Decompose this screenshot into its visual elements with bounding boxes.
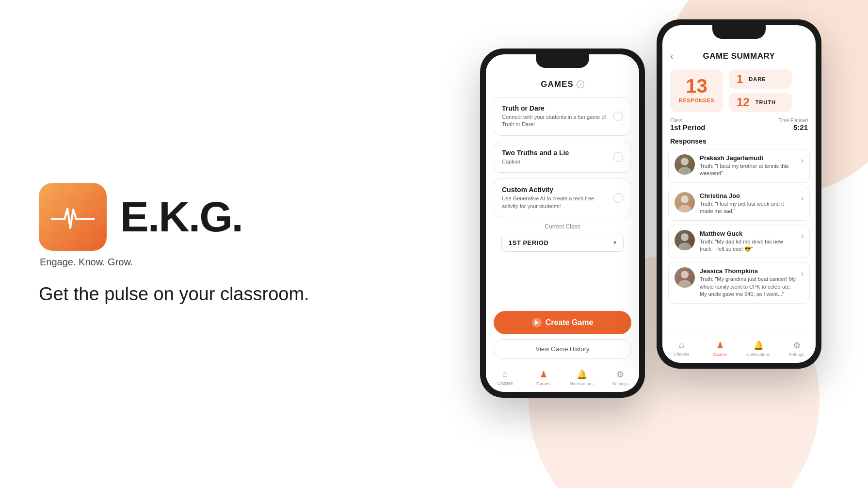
response-card-2[interactable]: Christina Joo Truth: "I lost my pet last…	[668, 187, 810, 221]
class-info-row: Class 1st Period Time Elapsed 5:21	[662, 118, 816, 135]
phone1-notch	[536, 54, 589, 68]
games-nav-icon: ♟	[540, 369, 547, 380]
classes-nav-icon: ⌂	[502, 369, 508, 379]
classes-nav2-label: Classes	[674, 352, 689, 357]
settings-nav2-icon: ⚙	[793, 340, 801, 351]
game-options: Truth or Dare Connect with your students…	[486, 97, 639, 302]
avatar-3	[675, 230, 695, 250]
nav2-item-classes[interactable]: ⌂ Classes	[662, 340, 701, 357]
svg-point-3	[681, 195, 689, 203]
play-icon	[532, 318, 542, 327]
response-card-4[interactable]: Jessica Thompkins Truth: "My grandma jus…	[668, 262, 810, 303]
game-card-custom[interactable]: Custom Activity Use Generative AI to cre…	[494, 179, 631, 217]
nav2-item-notifications[interactable]: 🔔 Notifications	[739, 340, 777, 357]
game-card-desc-3: Use Generative AI to create a tech free …	[502, 195, 609, 210]
view-history-label: View Game History	[535, 345, 589, 353]
response-name-4: Jessica Thompkins	[700, 267, 796, 275]
notifications-nav-label: Notifications	[570, 381, 594, 386]
app-name: E.K.G.	[120, 195, 242, 238]
svg-point-6	[678, 243, 691, 250]
avatar-4	[675, 267, 695, 288]
classes-nav2-icon: ⌂	[679, 340, 684, 350]
phone1-content: GAMES i Truth or Dare Connect with your …	[486, 54, 639, 392]
summary-title: GAME SUMMARY	[703, 51, 775, 61]
games-nav-label: Games	[536, 381, 550, 386]
branding-section: E.K.G. Engage. Know. Grow. Get the pulse…	[39, 0, 310, 488]
create-game-button[interactable]: Create Game	[494, 311, 631, 334]
settings-nav2-label: Settings	[788, 352, 804, 357]
time-elapsed-value: 5:21	[778, 123, 808, 131]
class-selector[interactable]: 1ST PERIOD ▾	[501, 234, 624, 252]
nav2-item-settings[interactable]: ⚙ Settings	[777, 340, 816, 357]
stats-right: 1 DARE 12 TRUTH	[729, 69, 792, 112]
avatar-1	[675, 154, 695, 175]
expand-icon-4[interactable]: ›	[801, 269, 804, 278]
svg-point-7	[681, 271, 689, 278]
truth-num: 12	[737, 97, 750, 108]
phones-section: GAMES i Truth or Dare Connect with your …	[480, 19, 839, 469]
svg-point-5	[681, 233, 689, 241]
class-selector-value: 1ST PERIOD	[509, 239, 548, 246]
view-history-button[interactable]: View Game History	[494, 339, 631, 359]
response-name-3: Matthew Guck	[700, 230, 796, 237]
phone-summary-inner: ‹ GAME SUMMARY 13 RESPONSES 1 DARE	[662, 25, 816, 363]
total-responses-label: RESPONSES	[679, 98, 714, 103]
games-title: GAMES	[541, 80, 573, 89]
notifications-nav2-label: Notifications	[746, 352, 770, 357]
chevron-down-icon: ▾	[613, 239, 616, 246]
game-card-title-3: Custom Activity	[502, 186, 609, 194]
nav-item-classes[interactable]: ⌂ Classes	[486, 369, 524, 386]
svg-point-8	[678, 280, 691, 288]
game-card-desc-1: Connect with your students in a fun game…	[502, 114, 609, 129]
game-card-two-truths[interactable]: Two Truths and a Lie Caption	[494, 142, 631, 173]
classes-nav-label: Classes	[497, 381, 513, 386]
dare-label: DARE	[749, 76, 766, 82]
stat-dare: 1 DARE	[729, 69, 792, 89]
response-name-1: Prakash Jagarlamudi	[700, 154, 796, 162]
svg-point-2	[678, 167, 691, 175]
radio-1[interactable]	[613, 112, 623, 121]
response-card-1[interactable]: Prakash Jagarlamudi Truth: "I beat my br…	[668, 149, 810, 183]
expand-icon-2[interactable]: ›	[801, 194, 804, 203]
truth-label: TRUTH	[755, 99, 776, 105]
phone-summary: ‹ GAME SUMMARY 13 RESPONSES 1 DARE	[657, 19, 821, 369]
nav-item-games[interactable]: ♟ Games	[524, 369, 563, 386]
class-label: Class	[670, 118, 706, 123]
response-text-1: Truth: "I beat my brother at tennis this…	[700, 163, 796, 178]
notifications-nav2-icon: 🔔	[753, 340, 764, 351]
phone1-bottom-nav: ⌂ Classes ♟ Games 🔔 Notifications ⚙ Sett…	[486, 365, 639, 392]
nav-item-notifications[interactable]: 🔔 Notifications	[563, 369, 601, 386]
nav-item-settings[interactable]: ⚙ Settings	[601, 369, 639, 386]
settings-nav-label: Settings	[612, 381, 628, 386]
stat-truth: 12 TRUTH	[729, 93, 792, 112]
game-card-title-2: Two Truths and a Lie	[502, 149, 569, 157]
stats-row: 13 RESPONSES 1 DARE 12 TRUTH	[662, 69, 816, 118]
radio-3[interactable]	[613, 193, 623, 203]
expand-icon-3[interactable]: ›	[801, 232, 804, 241]
nav2-item-games[interactable]: ♟ Games	[701, 340, 739, 357]
responses-section-label: Responses	[662, 135, 816, 149]
app-icon	[39, 183, 107, 251]
game-card-truth-or-dare[interactable]: Truth or Dare Connect with your students…	[494, 97, 631, 136]
radio-2[interactable]	[613, 152, 623, 162]
expand-icon-1[interactable]: ›	[801, 156, 804, 165]
class-value: 1st Period	[670, 123, 706, 131]
response-text-3: Truth: "My dad let me drive his new truc…	[700, 238, 796, 253]
back-button[interactable]: ‹	[670, 50, 674, 62]
response-card-3[interactable]: Matthew Guck Truth: "My dad let me drive…	[668, 225, 810, 259]
phone-games: GAMES i Truth or Dare Connect with your …	[480, 49, 645, 398]
response-text-2: Truth: "I lost my pet last week and it m…	[700, 200, 796, 215]
phone-games-inner: GAMES i Truth or Dare Connect with your …	[486, 54, 639, 392]
games-nav2-label: Games	[713, 352, 727, 357]
time-elapsed-label: Time Elapsed	[778, 118, 808, 123]
current-class-label: Current Class	[494, 223, 631, 230]
phone2-notch	[712, 25, 766, 39]
main-tagline: Get the pulse on your classroom.	[39, 283, 310, 306]
svg-marker-0	[535, 320, 539, 325]
create-game-label: Create Game	[546, 318, 594, 327]
info-icon: i	[577, 81, 584, 88]
total-responses-num: 13	[686, 76, 707, 96]
svg-point-4	[678, 205, 691, 212]
logo-area: E.K.G.	[39, 183, 310, 251]
response-cards-list: Prakash Jagarlamudi Truth: "I beat my br…	[662, 149, 816, 336]
